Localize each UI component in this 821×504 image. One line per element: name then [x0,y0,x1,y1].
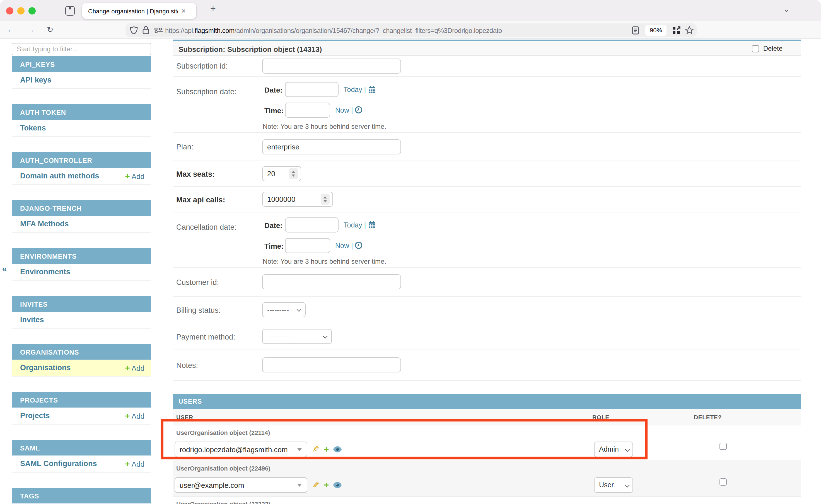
add-user-button[interactable]: + [321,442,331,457]
clock-icon[interactable] [355,241,362,249]
delete-checkbox[interactable] [752,45,759,52]
user-select[interactable]: rodrigo.lopezdato@flagsmith.com [175,442,307,457]
sidebar-item-label[interactable]: MFA Methods [20,220,144,228]
sidebar-item-label[interactable]: Tokens [20,124,144,132]
view-user-button[interactable] [332,442,342,457]
column-header-user: USER [176,414,193,420]
field-row-customer-id: Customer id: [173,268,801,297]
sidebar-collapse-button[interactable]: « [2,264,7,273]
url-text[interactable]: https://api.flagsmith.com/admin/organisa… [165,26,502,34]
sidebar-item-label[interactable]: SAML Configurations [20,459,125,468]
payment-method-select[interactable]: --------- [262,329,332,344]
firefox-view-icon[interactable] [65,6,75,16]
window-zoom-button[interactable] [28,7,36,14]
plus-icon: + [125,459,130,468]
sidebar-item-projects[interactable]: Projects +Add [12,408,151,424]
sidebar-item-domain-auth-methods[interactable]: Domain auth methods +Add [12,168,151,185]
sidebar-item-tokens[interactable]: Tokens [12,120,151,137]
sidebar-item-saml-configurations[interactable]: SAML Configurations +Add [12,455,151,472]
field-row-cancellation-date: Cancellation date: Date: Today | Time: N… [173,212,801,268]
separator: | [364,86,366,94]
reader-view-icon[interactable] [632,26,639,35]
number-spinner[interactable] [289,168,298,179]
now-link[interactable]: Now | [335,241,362,250]
users-column-headers: USER ROLE DELETE? [173,409,801,425]
window-minimize-button[interactable] [17,7,25,14]
lock-icon[interactable] [142,26,149,35]
sidebar-item-label[interactable]: Environments [20,268,144,276]
add-user-button[interactable]: + [321,477,331,493]
plan-input[interactable] [262,139,401,154]
view-user-button[interactable] [332,477,342,493]
select-value: --------- [267,332,289,341]
plus-icon: + [324,444,329,454]
subscription-id-input[interactable] [262,59,401,74]
sidebar-spacer [12,424,151,440]
new-tab-button[interactable]: + [210,3,216,14]
edit-user-button[interactable]: ✎ [311,442,321,457]
now-link[interactable]: Now | [335,106,362,114]
dropdown-arrow-icon [297,484,302,487]
billing-status-select[interactable]: --------- [262,302,306,317]
subscription-date-input[interactable] [285,82,338,97]
user-select[interactable]: user@example.com [175,477,307,493]
delete-row-checkbox[interactable] [720,478,727,486]
tab-list-chevron-icon[interactable]: ⌄ [784,6,789,13]
forward-button[interactable]: → [27,25,35,34]
url-bar[interactable]: https://api.flagsmith.com/admin/organisa… [125,23,697,37]
sidebar-item-organisations[interactable]: Organisations +Add [12,360,151,376]
sidebar-section-auth-token: AUTH TOKEN [12,104,151,120]
cancellation-time-input[interactable] [285,238,330,253]
cancellation-date-input[interactable] [285,217,338,232]
shield-icon[interactable] [130,26,138,34]
calendar-icon[interactable] [368,85,375,93]
back-button[interactable]: ← [7,25,14,34]
delete-row-checkbox[interactable] [720,443,727,450]
sidebar-item-label[interactable]: Domain auth methods [20,172,125,180]
sidebar-item-label[interactable]: API keys [20,76,144,84]
role-select[interactable]: Admin [594,442,633,457]
user-object-label: UserOrganisation object (23222) [176,501,270,504]
reload-button[interactable]: ↻ [47,25,53,34]
add-link[interactable]: +Add [125,363,144,372]
column-header-role: ROLE [592,414,609,420]
sidebar-item-api-keys[interactable]: API keys [12,72,151,89]
zoom-level-badge[interactable]: 90% [645,25,667,35]
add-link[interactable]: +Add [125,171,144,181]
sidebar-item-label[interactable]: Organisations [20,364,125,372]
role-value: Admin [599,445,619,453]
add-link[interactable]: +Add [125,411,144,420]
admin-sidebar: API_KEYS API keys AUTH TOKEN Tokens AUTH… [12,43,151,504]
calendar-icon[interactable] [368,221,375,229]
sidebar-item-label[interactable]: Projects [20,411,125,420]
field-label: Customer id: [176,278,219,287]
sidebar-section-tags: TAGS [12,488,151,503]
sidebar-item-invites[interactable]: Invites [12,312,151,328]
chevron-down-icon [625,447,629,452]
role-select[interactable]: User [594,477,633,493]
sidebar-filter-input[interactable] [12,43,151,55]
extension-grid-icon[interactable] [672,26,681,35]
tab-close-icon[interactable]: × [178,7,189,15]
permissions-icon[interactable] [153,28,163,33]
today-link[interactable]: Today | [343,221,375,229]
field-row-plan: Plan: [173,133,801,161]
edit-user-button[interactable]: ✎ [311,477,321,493]
subscription-time-input[interactable] [285,103,330,118]
time-label: Time: [264,242,283,250]
separator: | [364,221,366,229]
browser-tab[interactable]: Change organisation | Django site ad × [82,3,196,19]
sidebar-item-environments[interactable]: Environments [12,264,151,280]
today-link[interactable]: Today | [343,85,375,94]
window-close-button[interactable] [6,7,13,14]
notes-input[interactable] [262,357,401,372]
user-row-23222: UserOrganisation object (23222) [173,497,801,504]
sidebar-item-mfa-methods[interactable]: MFA Methods [12,216,151,232]
clock-icon[interactable] [355,106,362,114]
number-spinner[interactable] [321,194,329,205]
bookmark-star-icon[interactable] [685,26,694,35]
customer-id-input[interactable] [262,274,401,289]
user-object-label: UserOrganisation object (22496) [176,465,270,472]
sidebar-item-label[interactable]: Invites [20,316,144,324]
add-link[interactable]: +Add [125,459,144,468]
